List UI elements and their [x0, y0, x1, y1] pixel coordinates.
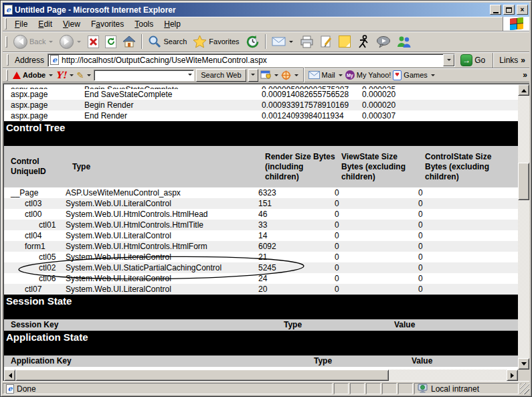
menu-item-view[interactable]: View — [58, 17, 86, 31]
games-dropdown-icon[interactable] — [431, 74, 435, 78]
maximize-icon — [506, 7, 512, 13]
favorites-button[interactable]: Favorites — [190, 33, 242, 50]
pencil-icon[interactable]: ✎ — [76, 70, 84, 80]
control-tree-row: ctl00 System.Web.UI.HtmlControls.HtmlHea… — [4, 209, 518, 220]
popup-blocker-icon[interactable] — [260, 70, 271, 80]
menu-item-edit[interactable]: Edit — [33, 17, 58, 31]
scroll-down-button[interactable] — [518, 358, 529, 370]
back-dropdown-icon[interactable] — [49, 41, 53, 45]
games-label[interactable]: Games — [404, 71, 427, 79]
control-tree-table: __Page ASP.UseWiteMenuControl_aspx 6323 … — [4, 187, 518, 295]
col-header-session-value: Value — [394, 319, 518, 331]
vertical-scroll-track[interactable] — [518, 96, 529, 358]
popup-dropdown-icon[interactable] — [274, 74, 278, 78]
browser-window: e Untitled Page - Microsoft Internet Exp… — [0, 0, 532, 397]
forward-button[interactable] — [57, 33, 84, 51]
control-tree-row: ctl05 System.Web.UI.LiteralControl 21 0 … — [4, 252, 518, 262]
address-field[interactable]: e http://localhost/OutputCaching/UseWite… — [48, 54, 455, 67]
horizontal-scroll-thumb[interactable] — [15, 370, 389, 381]
resize-grip[interactable] — [520, 383, 529, 394]
toolbar-grip[interactable] — [5, 18, 7, 29]
yahoo-dropdown-icon[interactable] — [70, 74, 74, 78]
stop-button[interactable] — [85, 33, 102, 50]
address-url[interactable]: http://localhost/OutputCaching/UseWiteMe… — [62, 56, 440, 65]
col-header-application-value: Value — [412, 355, 518, 367]
toolbar-separator — [303, 68, 304, 82]
status-bar: e Done Local intranet — [3, 381, 529, 394]
status-pane-empty — [366, 383, 381, 394]
search-button[interactable]: Search — [145, 33, 189, 50]
status-pane-empty — [398, 383, 413, 394]
aim-button[interactable] — [354, 33, 373, 51]
status-pane-empty — [382, 383, 397, 394]
mail-dropdown-icon[interactable] — [339, 74, 343, 78]
ie-document-icon: e — [50, 55, 59, 65]
mail-dropdown-icon[interactable] — [289, 41, 293, 45]
col-header-session-key: Session Key — [11, 319, 284, 331]
vertical-scrollbar[interactable] — [518, 84, 529, 370]
menu-item-help[interactable]: Help — [159, 17, 186, 31]
scroll-left-button[interactable] — [4, 370, 15, 381]
toolbar-separator — [493, 53, 494, 68]
edit-button[interactable] — [317, 33, 335, 50]
control-tree-row: ctl01 System.Web.UI.HtmlControls.HtmlTit… — [4, 220, 518, 230]
maximize-button[interactable] — [503, 5, 515, 15]
home-button[interactable] — [120, 33, 139, 50]
forward-icon — [60, 35, 74, 49]
msn-messenger-button[interactable] — [394, 33, 414, 50]
search-history-dropdown-icon[interactable] — [188, 74, 192, 78]
session-state-column-headers: Session Key Type Value — [4, 319, 518, 331]
refresh-button[interactable] — [102, 33, 119, 50]
search-web-dropdown-button[interactable] — [248, 69, 258, 82]
address-dropdown-button[interactable] — [443, 54, 454, 66]
search-icon — [148, 35, 161, 48]
windows-flag-logo — [510, 17, 523, 30]
go-button[interactable]: → Go — [458, 54, 487, 67]
menu-item-tools[interactable]: Tools — [129, 17, 159, 31]
throbber-box — [503, 17, 529, 31]
history-icon — [246, 35, 260, 49]
forward-dropdown-icon[interactable] — [77, 41, 81, 45]
toolbar-grip[interactable] — [6, 70, 8, 81]
messenger-button[interactable] — [373, 33, 393, 50]
go-arrow-icon: → — [460, 54, 472, 66]
menu-item-file[interactable]: File — [9, 17, 33, 31]
pencil-dropdown-icon[interactable] — [87, 74, 91, 78]
vertical-scroll-thumb[interactable] — [518, 163, 529, 200]
horizontal-scroll-track[interactable] — [389, 370, 507, 381]
my-yahoo-label[interactable]: My Yahoo! — [357, 71, 391, 79]
toolbar-overflow-chevron-icon[interactable]: » — [523, 70, 527, 80]
menu-item-favorites[interactable]: Favorites — [86, 17, 129, 31]
search-web-button[interactable]: Search Web — [196, 69, 246, 82]
stop-icon — [88, 35, 99, 48]
mail-button[interactable] — [269, 34, 296, 49]
control-tree-row: ctl07 System.Web.UI.LiteralControl 20 0 … — [4, 284, 518, 295]
adobe-dropdown-icon[interactable] — [49, 74, 53, 78]
close-button[interactable]: × — [517, 5, 528, 15]
discuss-button[interactable] — [336, 33, 353, 50]
col-header-type: Type — [72, 162, 265, 172]
toolbar-grip[interactable] — [7, 54, 9, 66]
yahoo-toolbar: Adobe Y! ✎ Search Web Mail My My — [3, 68, 529, 82]
scroll-up-button[interactable] — [518, 84, 529, 96]
horizontal-scrollbar[interactable] — [4, 370, 529, 381]
yahoo-search-input[interactable] — [94, 70, 194, 81]
yahoo-logo[interactable]: Y! — [56, 70, 66, 80]
yahoo-mail-label[interactable]: Mail — [322, 71, 335, 79]
messenger-bubble-icon — [376, 35, 391, 48]
scroll-right-button[interactable] — [507, 370, 518, 381]
browser-viewport: aspx.page Begin SaveStateComplete 0.0000… — [3, 83, 529, 381]
print-button[interactable] — [297, 33, 317, 50]
target-dropdown-icon[interactable] — [294, 74, 298, 78]
adobe-label[interactable]: Adobe — [23, 71, 46, 79]
links-label: Links — [499, 56, 518, 65]
control-tree-column-headers: Control UniqueID Type Render Size Bytes … — [4, 146, 518, 187]
toolbar-grip[interactable] — [5, 36, 7, 48]
links-button[interactable]: Links » — [499, 56, 527, 65]
menu-bar: FileEditViewFavoritesToolsHelp — [3, 17, 529, 31]
back-button[interactable]: Back — [11, 33, 56, 51]
minimize-button[interactable] — [490, 5, 501, 15]
history-button[interactable] — [243, 33, 262, 51]
trace-page: aspx.page Begin SaveStateComplete 0.0000… — [4, 84, 518, 370]
target-icon[interactable] — [281, 70, 291, 80]
